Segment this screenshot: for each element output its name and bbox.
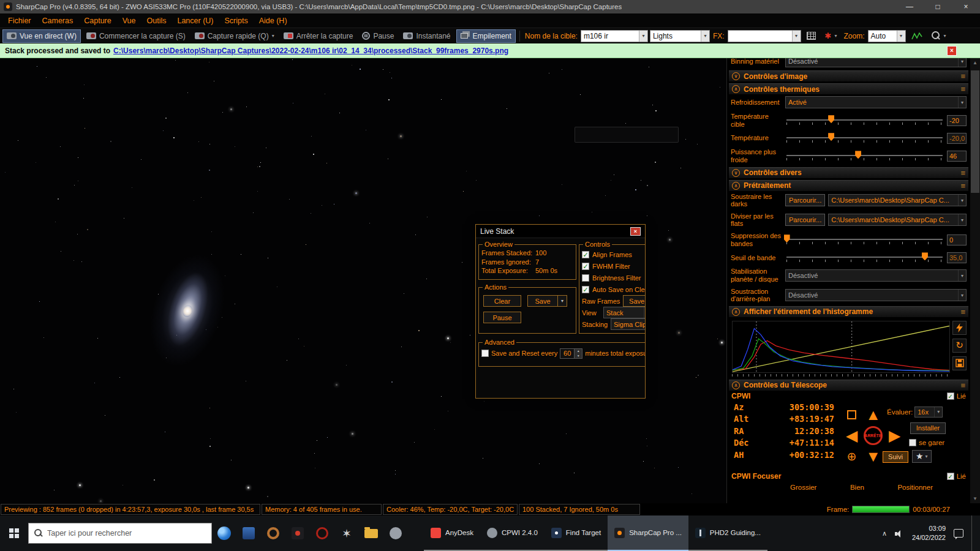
park-checkbox[interactable] [909,439,916,446]
scroll-up-icon[interactable]: ▲ [970,58,980,67]
search-input[interactable] [47,529,206,538]
binning-dropdown[interactable]: Désactivé ▾ [785,58,967,67]
save-button[interactable]: Save [527,295,558,307]
target-name-combobox[interactable]: m106 ir ▾ [581,30,648,42]
section-menu-icon[interactable]: ≡ [960,84,965,94]
chevron-down-icon[interactable]: ∨ [732,169,740,177]
dialog-close-button[interactable]: × [630,227,641,236]
menu-item-aide[interactable]: Aide (H) [254,15,293,26]
taskbar-icon-explorer[interactable] [359,521,383,545]
focuser-position-label[interactable]: Positionner [897,484,933,491]
taskbar-app-anydesk[interactable]: AnyDesk [424,515,480,551]
chevron-down-icon[interactable]: ▾ [934,407,942,417]
chevron-down-icon[interactable]: ∨ [732,72,740,80]
frame-type-combobox[interactable]: Lights ▾ [650,30,710,42]
taskbar-pinned-icon-3[interactable] [285,521,310,545]
menu-item-capture[interactable]: Capture [78,15,116,26]
browse-darks-button[interactable]: Parcourir... [785,194,825,206]
chevron-down-icon[interactable]: ▾ [792,31,801,42]
focuser-linked[interactable]: ✓ Lié [947,473,966,480]
clear-button[interactable]: Clear [483,295,521,307]
histogram-stretch-button[interactable] [908,29,926,43]
zoom-tool-button[interactable]: ▾ [928,29,950,43]
saved-stack-link[interactable]: C:\Users\marcb\Desktop\SharpCap Captures… [113,47,508,55]
focuser-coarse-label[interactable]: Grossier [790,484,816,491]
chevron-down-icon[interactable]: ▾ [897,31,905,42]
banding-value[interactable]: 0 [947,234,967,246]
star-align-button[interactable]: ★ ▾ [912,450,932,463]
save-stretch-button[interactable] [952,356,967,370]
section-menu-icon[interactable]: ≡ [960,307,965,317]
chevron-down-icon[interactable]: ▾ [644,307,646,318]
chevron-down-icon[interactable]: ▾ [958,290,966,301]
taskbar-clock[interactable]: 03:09 24/02/2022 [912,524,946,542]
reset-stretch-button[interactable]: ↻ [952,339,967,353]
chevron-down-icon[interactable]: ▾ [639,31,647,42]
chevron-down-icon[interactable]: ▾ [701,31,709,42]
taskbar-pinned-icon-2[interactable] [261,521,285,545]
install-button[interactable]: Installer [910,422,946,434]
view-dropdown[interactable]: Stack ▾ [603,307,646,318]
slew-left-button[interactable]: ◀ [846,428,858,443]
close-button[interactable]: × [952,0,980,13]
taskbar-app-find-target[interactable]: Find Target [545,515,608,551]
tray-chevron-icon[interactable]: ∧ [882,530,887,538]
annotation-button[interactable]: ✱ ▾ [821,29,841,43]
taskbar-pinned-icon-5[interactable]: ✶ [334,521,359,545]
section-image-controls[interactable]: ∨ Contrôles d'image ≡ [729,70,968,82]
zoom-combobox[interactable]: Auto ▾ [868,30,906,42]
taskbar-app-sharpcap[interactable]: SharpCap Pro ... [608,515,688,551]
section-menu-icon[interactable]: ≡ [960,168,965,178]
save-reset-checkbox[interactable] [481,350,489,357]
slew-down-button[interactable]: ▼ [865,449,881,464]
rate-dropdown[interactable]: 16x ▾ [914,407,943,418]
section-histogram[interactable]: ∧ Afficher l'étirement de l'histogramme … [729,306,968,318]
target-temp-slider[interactable] [785,114,944,126]
taskbar-pinned-icon-4[interactable] [310,521,334,545]
taskbar-search[interactable] [28,523,212,544]
linked-checkbox[interactable]: ✓ [947,392,954,400]
quick-capture-button[interactable]: Capture rapide (Q) ▾ [191,29,278,43]
section-menu-icon[interactable]: ≡ [960,72,965,81]
chevron-down-icon[interactable]: ▾ [925,454,928,459]
taskbar-pinned-icon-1[interactable] [236,521,261,545]
checkbox[interactable]: ✓ [582,286,589,293]
align-frames-checkbox-row[interactable]: ✓ Align Frames [582,249,646,260]
interval-spinner[interactable]: 60 ▲ ▼ [560,348,582,359]
brightness-filter-checkbox-row[interactable]: Brightness Filter [582,272,646,283]
flats-path-dropdown[interactable]: C:\Users\marcb\Desktop\SharpCap C... ▾ [828,214,967,226]
telescope-linked[interactable]: ✓ Lié [947,392,966,400]
panel-scrollbar[interactable]: ▲ ▼ [970,58,980,503]
chevron-down-icon[interactable]: ▾ [944,33,946,39]
taskbar-app-phd2[interactable]: PHD2 Guiding... [688,515,767,551]
cooling-dropdown[interactable]: Activé ▾ [785,96,967,108]
park-row[interactable]: se garer [909,439,944,446]
live-view-button[interactable]: Vue en direct (W) [2,29,81,43]
fx-combobox[interactable]: ▾ [728,30,801,42]
snapshot-button[interactable]: Instantané [399,29,454,43]
browse-flats-button[interactable]: Parcourir... [785,214,825,226]
cooler-power-slider[interactable] [785,150,944,162]
section-menu-icon[interactable]: ≡ [960,381,965,390]
chevron-up-icon[interactable]: ∧ [732,85,740,93]
chevron-up-icon[interactable]: ∧ [732,182,740,190]
chevron-down-icon[interactable]: ▾ [834,33,837,39]
fwhm-filter-checkbox-row[interactable]: ✓ FWHM Filter [582,260,646,272]
chevron-down-icon[interactable]: ▾ [958,195,966,206]
chevron-down-icon[interactable]: ▾ [958,270,966,281]
darks-path-dropdown[interactable]: C:\Users\marcb\Desktop\SharpCap C... ▾ [828,194,967,206]
menu-item-vue[interactable]: Vue [117,15,141,26]
section-menu-icon[interactable]: ≡ [960,181,965,190]
scrollbar-thumb[interactable] [971,70,979,193]
chevron-up-icon[interactable]: ∧ [732,381,740,389]
stabilization-dropdown[interactable]: Désactivé ▾ [785,269,967,282]
save-stack-button[interactable]: Save St [623,295,646,307]
selection-grid-button[interactable] [803,29,820,43]
temperature-slider[interactable] [785,132,944,144]
chevron-down-icon[interactable]: ▾ [958,97,966,108]
taskbar-icon-edge[interactable] [212,521,236,545]
save-split-button[interactable]: Save ▾ [527,295,567,307]
section-preprocessing[interactable]: ∧ Prétraitement ≡ [729,180,968,192]
slew-right-button[interactable]: ▶ [889,428,900,443]
track-button[interactable]: Suivi [883,451,908,463]
